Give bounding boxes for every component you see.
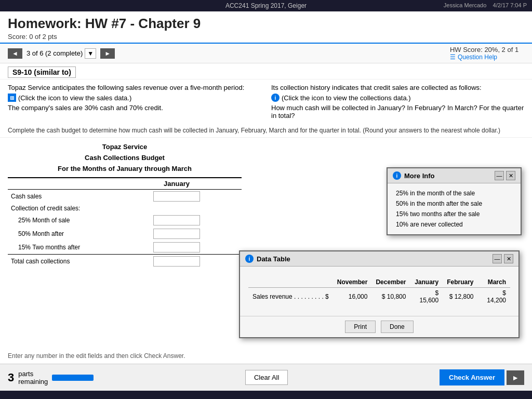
page-dropdown[interactable]: ▼ — [85, 48, 96, 59]
section-id: S9-10 (similar to) — [8, 66, 76, 78]
more-info-item-4: 10% are never collected — [396, 221, 512, 228]
more-info-icon: i — [393, 171, 401, 180]
section-label: S9-10 (similar to) — [0, 63, 532, 79]
25pct-cell — [112, 214, 242, 227]
navigation-bar: ◄ 3 of 6 (2 complete) ▼ ► HW Score: 20%,… — [0, 44, 532, 63]
budget-area: Topaz Service Cash Collections Budget Fo… — [0, 138, 249, 272]
hw-score: HW Score: 20%, 2 of 1 — [450, 46, 518, 54]
sales-data-link[interactable]: ⊞ (Click the icon to view the sales data… — [8, 94, 261, 102]
table-row-total: Total cash collections — [8, 255, 242, 269]
data-num-jan: 15,600 — [419, 297, 438, 304]
15pct-cell — [112, 241, 242, 255]
nav-next-arrow[interactable]: ► — [507, 370, 524, 385]
col-label-header — [8, 178, 112, 190]
row-label-credit-header: Collection of credit sales: — [8, 203, 112, 214]
data-col-label — [248, 277, 333, 288]
50pct-input[interactable] — [153, 229, 200, 239]
total-input[interactable] — [153, 256, 200, 267]
more-info-controls: — ✕ — [495, 171, 515, 180]
problem-text-1: Topaz Service anticipates the following … — [8, 84, 261, 91]
username: Jessica Mercado — [444, 2, 487, 8]
collections-data-label: (Click the icon to view the collections … — [282, 94, 411, 102]
budget-table: January Cash sales Collection of credit … — [8, 177, 242, 268]
data-currency-jan: $ — [435, 289, 438, 297]
parts-labels: parts remaining — [18, 370, 48, 385]
course-title: ACC241 Spring 2017, Geiger — [225, 2, 307, 9]
budget-title: Topaz Service Cash Collections Budget Fo… — [8, 142, 242, 174]
more-info-close-btn[interactable]: ✕ — [506, 171, 515, 180]
data-currency-feb: $ — [449, 293, 455, 300]
top-bar: ACC241 Spring 2017, Geiger Jessica Merca… — [0, 0, 532, 11]
data-table-icon: i — [245, 255, 254, 263]
more-info-content: 25% in the month of the sale 50% in the … — [388, 183, 521, 234]
nav-left: ◄ 3 of 6 (2 complete) ▼ ► — [8, 48, 115, 59]
more-info-item-2: 50% in the month after the sale — [396, 200, 512, 207]
more-info-title-text: More Info — [404, 172, 435, 180]
credit-cash-info: The company's sales are 30% cash and 70%… — [8, 104, 261, 112]
data-table-minimize-btn[interactable]: — — [493, 254, 502, 263]
check-answer-button[interactable]: Check Answer — [440, 369, 504, 385]
more-info-modal: i More Info — ✕ 25% in the month of the … — [387, 167, 522, 235]
50pct-cell — [112, 227, 242, 241]
right-actions: Check Answer ► — [440, 369, 524, 385]
data-currency-mar: $ — [502, 289, 506, 297]
print-button[interactable]: Print — [345, 321, 376, 333]
25pct-input[interactable] — [153, 215, 200, 225]
clear-all-button[interactable]: Clear All — [245, 370, 288, 385]
data-num-feb: 12,800 — [455, 293, 474, 300]
instructions-text: Complete the cash budget to determine ho… — [0, 124, 532, 138]
data-table-footer: Print Done — [240, 316, 518, 337]
row-label-15pct: 15% Two months after — [8, 241, 112, 255]
prev-button[interactable]: ◄ — [8, 48, 22, 59]
collection-question: How much cash will be collected in Janua… — [271, 104, 524, 119]
data-val-march: $ 14,200 — [478, 288, 510, 306]
page-title: Homework: HW #7 - Chapter 9 — [8, 16, 524, 32]
data-table-close-btn[interactable]: ✕ — [504, 254, 513, 263]
collections-data-link[interactable]: i (Click the icon to view the collection… — [271, 94, 524, 102]
table-row: Collection of credit sales: — [8, 203, 242, 214]
bottom-bar: 3 parts remaining Clear All Check Answer… — [0, 364, 532, 391]
data-currency-dec: $ — [382, 293, 387, 300]
cash-sales-cell — [112, 190, 242, 204]
table-row: 25% Month of sale — [8, 214, 242, 227]
table-row: 15% Two months after — [8, 241, 242, 255]
score-display: Score: 0 of 2 pts — [8, 33, 524, 41]
total-cell — [112, 255, 242, 269]
page-indicator: 3 of 6 (2 complete) ▼ — [26, 48, 96, 59]
data-val-january: $ 15,600 — [410, 288, 443, 306]
budget-title-2: Cash Collections Budget — [8, 153, 242, 164]
cash-sales-input[interactable] — [153, 191, 200, 202]
data-col-february: February — [443, 277, 477, 288]
collection-history-text: Its collection history indicates that cr… — [271, 84, 524, 91]
data-table: November December January February March… — [248, 277, 510, 305]
data-table-header-row: November December January February March — [248, 277, 510, 288]
data-col-january: January — [410, 277, 443, 288]
more-info-item-1: 25% in the month of the sale — [396, 190, 512, 197]
data-table-row: Sales revenue . . . . . . . . . $ 16,000… — [248, 288, 510, 306]
15pct-input[interactable] — [153, 242, 200, 252]
page-info: 3 of 6 (2 complete) — [26, 49, 83, 57]
data-num-mar: 14,200 — [487, 297, 506, 304]
parts-number: 3 — [8, 371, 14, 384]
sales-data-label: (Click the icon to view the sales data.) — [18, 94, 131, 102]
info-icon-collections: i — [271, 94, 280, 102]
data-val-december: $ 10,800 — [371, 288, 410, 306]
done-button[interactable]: Done — [381, 321, 414, 333]
more-info-modal-header: i More Info — ✕ — [388, 168, 521, 183]
progress-bar — [52, 375, 94, 381]
next-button[interactable]: ► — [100, 48, 115, 59]
more-info-title: i More Info — [393, 171, 435, 180]
row-label-50pct: 50% Month after — [8, 227, 112, 241]
main-content: Homework: HW #7 - Chapter 9 Score: 0 of … — [0, 11, 532, 391]
data-val-february: $ 12,800 — [443, 288, 477, 306]
problem-right: Its collection history indicates that cr… — [271, 84, 524, 119]
row-label-total: Total cash collections — [8, 255, 112, 269]
data-table-controls: — ✕ — [493, 254, 513, 263]
row-label-cash-sales: Cash sales — [8, 190, 112, 204]
question-help-link[interactable]: ☰ Question Help — [450, 54, 524, 61]
page-header: Homework: HW #7 - Chapter 9 Score: 0 of … — [0, 11, 532, 44]
budget-title-1: Topaz Service — [8, 142, 242, 153]
data-table-modal-header: i Data Table — ✕ — [240, 251, 518, 267]
credit-header-cell — [112, 203, 242, 214]
more-info-minimize-btn[interactable]: — — [495, 171, 504, 180]
